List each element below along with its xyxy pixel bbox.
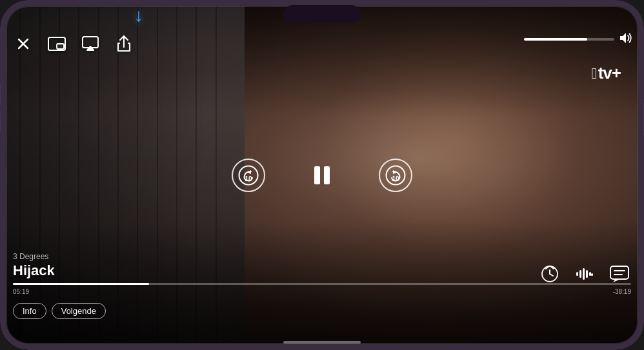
top-left-controls: [12, 32, 136, 55]
time-labels: 05:19 -38:19: [13, 288, 631, 295]
svg-rect-16: [591, 273, 593, 276]
title-area: 3 Degrees Hijack: [13, 252, 55, 279]
rewind-label: 10: [245, 175, 252, 182]
tv-plus-text: tv+: [598, 63, 621, 83]
pip-button[interactable]: [45, 32, 68, 55]
volume-down-button[interactable]: [0, 111, 1, 131]
dynamic-island: [283, 5, 361, 23]
svg-rect-14: [586, 270, 588, 278]
right-controls: [538, 262, 631, 286]
svg-rect-8: [324, 166, 330, 184]
remaining-time: -38:19: [613, 288, 631, 295]
episode-label: 3 Degrees: [13, 252, 55, 261]
svg-rect-11: [576, 272, 578, 276]
playback-speed-button[interactable]: [538, 262, 561, 286]
volume-control[interactable]: [524, 32, 634, 46]
airplay-indicator-arrow: ↓: [134, 5, 143, 26]
forward-label: 10: [392, 175, 399, 182]
volume-icon: [619, 32, 634, 46]
apple-logo-icon: : [591, 64, 596, 83]
appletv-logo:  tv+: [591, 63, 621, 83]
next-button[interactable]: Volgende: [52, 303, 106, 319]
current-time: 05:19: [13, 288, 29, 295]
show-title: Hijack: [13, 262, 55, 279]
volume-track[interactable]: [524, 38, 614, 41]
svg-rect-7: [314, 166, 320, 184]
forward-button[interactable]: 10: [379, 159, 412, 192]
share-button[interactable]: [112, 32, 136, 55]
audio-button[interactable]: [573, 262, 596, 286]
volume-fill: [524, 38, 587, 41]
close-button[interactable]: [12, 32, 35, 55]
controls-overlay: ↓: [0, 0, 644, 350]
progress-fill: [13, 283, 149, 285]
rewind-button[interactable]: 10: [232, 159, 265, 192]
svg-rect-15: [589, 272, 591, 276]
subtitles-button[interactable]: [608, 262, 631, 286]
bottom-buttons: Info Volgende: [13, 303, 106, 319]
svg-rect-3: [57, 44, 64, 49]
svg-rect-13: [583, 268, 585, 280]
pause-button[interactable]: [304, 157, 340, 193]
center-controls: 10 10: [232, 157, 412, 193]
phone-container: ↓: [0, 0, 644, 350]
airplay-button[interactable]: [79, 32, 102, 55]
svg-rect-12: [579, 270, 581, 278]
info-button[interactable]: Info: [13, 303, 46, 319]
top-right-area:  tv+: [524, 32, 634, 46]
volume-up-button[interactable]: [0, 84, 1, 104]
svg-rect-17: [610, 266, 629, 279]
